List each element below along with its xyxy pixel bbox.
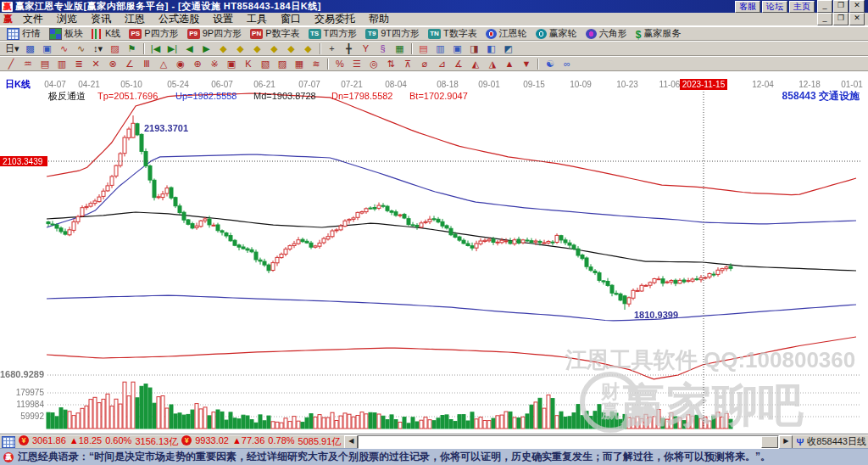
toolbar-item-bankuai[interactable]: 板块 bbox=[45, 26, 87, 41]
nav-button-20[interactable]: + bbox=[324, 42, 341, 56]
menu-item[interactable]: 江恩 bbox=[118, 12, 152, 26]
nav-button-12[interactable]: ▶ bbox=[198, 42, 215, 56]
toolbar-item-9t-square[interactable]: T99T四方形 bbox=[361, 26, 424, 41]
toolbar-item-t-table[interactable]: TNT数字表 bbox=[424, 26, 481, 41]
nav-button-28[interactable]: ▣ bbox=[449, 42, 466, 56]
toolbar-item-t-square[interactable]: TST四方形 bbox=[304, 26, 362, 41]
nav-button-27[interactable]: ▥ bbox=[432, 42, 449, 56]
menu-item[interactable]: 设置 bbox=[206, 12, 240, 26]
nav-button-6[interactable]: ▨ bbox=[107, 42, 124, 56]
draw-button-34[interactable]: ∞ bbox=[559, 57, 576, 71]
nav-button-4[interactable]: ∿ bbox=[73, 42, 90, 56]
scroll-left-button[interactable]: ◀ bbox=[344, 435, 358, 449]
nav-button-7[interactable]: ⚑ bbox=[124, 42, 141, 56]
toolbar-item-hexagon[interactable]: 六角形 bbox=[581, 26, 632, 41]
menu-item[interactable]: 资讯 bbox=[84, 12, 118, 26]
period-label[interactable]: 日K线 bbox=[5, 79, 31, 89]
draw-button-24[interactable]: ⊼ bbox=[399, 57, 416, 71]
draw-button-6[interactable]: ⊗ bbox=[104, 57, 121, 71]
kline-chart[interactable]: 财 赢 江恩工具软件 QQ:100800360 赢家聊吧 2103.3439 0… bbox=[0, 71, 868, 434]
nav-button-5[interactable]: ↕▾ bbox=[90, 42, 107, 56]
draw-button-31[interactable]: ▼ bbox=[518, 57, 535, 71]
draw-button-14[interactable]: K bbox=[240, 57, 257, 71]
draw-button-33[interactable]: ☯ bbox=[542, 57, 559, 71]
draw-button-8[interactable]: Ⅲ bbox=[138, 57, 155, 71]
nav-button-2[interactable]: ▣ bbox=[39, 42, 56, 56]
titlebar-link[interactable]: 主页 bbox=[789, 1, 815, 13]
menu-item[interactable]: 浏览 bbox=[50, 12, 84, 26]
minimize-button[interactable]: _ bbox=[817, 0, 832, 13]
draw-button-12[interactable]: ※ bbox=[206, 57, 223, 71]
toolbar-item-winner-wheel[interactable]: 赢家轮 bbox=[531, 26, 581, 41]
toolbar-item-hangqing[interactable]: 行情 bbox=[3, 26, 45, 41]
toolbar-item-p-square[interactable]: PSP四方形 bbox=[125, 26, 182, 41]
nav-button-18[interactable]: ◆ bbox=[300, 42, 317, 56]
nav-button-17[interactable]: ◆ bbox=[283, 42, 300, 56]
draw-button-0[interactable]: ╱ bbox=[3, 57, 19, 71]
nav-button-29[interactable]: ◨ bbox=[466, 42, 483, 56]
draw-button-5[interactable]: ✕ bbox=[87, 57, 104, 71]
menu-item[interactable]: 工具 bbox=[240, 12, 274, 26]
draw-button-21[interactable]: ☰ bbox=[348, 57, 365, 71]
menu-item[interactable]: 帮助 bbox=[362, 12, 396, 26]
titlebar-link[interactable]: 论坛 bbox=[762, 1, 787, 13]
mdi-close-button[interactable]: ✕ bbox=[849, 13, 865, 25]
nav-button-14[interactable]: ◆ bbox=[232, 42, 249, 56]
draw-button-1[interactable]: ♒ bbox=[19, 57, 36, 71]
draw-button-16[interactable]: ▨ bbox=[274, 57, 291, 71]
index-shenzhen[interactable]: ¥ 9933.02 ▲77.36 0.78% 5085.91亿 bbox=[181, 435, 341, 448]
toolbar-item-winner-service[interactable]: $赢家服务 bbox=[632, 26, 686, 41]
nav-button-11[interactable]: ◀ bbox=[181, 42, 198, 56]
draw-button-23[interactable]: ⇅ bbox=[382, 57, 399, 71]
menu-item[interactable]: 公式选股 bbox=[152, 12, 206, 26]
nav-button-21[interactable]: ╋ bbox=[341, 42, 358, 56]
toolbar-item-gann-wheel[interactable]: 江恩轮 bbox=[481, 26, 531, 41]
horizontal-scrollbar[interactable]: ◀ ▶ bbox=[344, 436, 793, 448]
restore-button[interactable]: ❐ bbox=[833, 0, 849, 13]
nav-button-3[interactable]: ∿ bbox=[56, 42, 73, 56]
nav-button-30[interactable]: ◧ bbox=[483, 42, 500, 56]
menu-item[interactable]: 文件 bbox=[16, 12, 50, 26]
draw-button-2[interactable]: ▤ bbox=[36, 57, 53, 71]
scroll-right-button[interactable]: ▶ bbox=[779, 435, 793, 449]
nav-button-31[interactable]: ◩ bbox=[500, 42, 517, 56]
scrollbar-thumb[interactable] bbox=[761, 436, 778, 448]
draw-button-27[interactable]: ∡ bbox=[450, 57, 467, 71]
nav-button-23[interactable]: § bbox=[375, 42, 392, 56]
draw-button-9[interactable]: △ bbox=[155, 57, 172, 71]
nav-button-24[interactable]: ▦ bbox=[392, 42, 409, 56]
draw-button-22[interactable]: ◎ bbox=[365, 57, 382, 71]
close-button[interactable]: ✕ bbox=[849, 0, 865, 13]
nav-button-1[interactable]: ▩ bbox=[22, 42, 39, 56]
menu-item[interactable]: 窗口 bbox=[274, 12, 308, 26]
mdi-minimize-button[interactable]: _ bbox=[817, 13, 832, 25]
nav-button-13[interactable]: ◆ bbox=[215, 42, 232, 56]
draw-button-15[interactable]: ▧ bbox=[257, 57, 274, 71]
titlebar-link[interactable]: 客服 bbox=[735, 1, 760, 13]
draw-button-17[interactable]: ▦ bbox=[291, 57, 308, 71]
nav-button-10[interactable]: ▶| bbox=[164, 42, 181, 56]
security-label[interactable]: 858443 交通设施 bbox=[782, 90, 860, 102]
index-shanghai[interactable]: ¥ 3061.86 ▲18.25 0.60% 3156.13亿 bbox=[19, 435, 178, 448]
draw-button-26[interactable]: ⊿ bbox=[433, 57, 450, 71]
nav-button-22[interactable]: Y bbox=[358, 42, 375, 56]
draw-button-7[interactable]: ∠ bbox=[121, 57, 138, 71]
toolbar-item-9p-square[interactable]: P99P四方形 bbox=[183, 26, 246, 41]
toolbar-item-p-table[interactable]: PNP数字表 bbox=[246, 26, 303, 41]
nav-button-16[interactable]: ◆ bbox=[266, 42, 283, 56]
draw-button-13[interactable]: ▣ bbox=[223, 57, 240, 71]
keyboard-wizard-icon[interactable] bbox=[2, 436, 15, 448]
mdi-system-icon[interactable]: 赢 bbox=[3, 13, 13, 25]
draw-button-4[interactable]: ≣ bbox=[70, 57, 87, 71]
toolbar-item-kline[interactable]: K线 bbox=[87, 26, 125, 41]
draw-button-10[interactable]: ◉ bbox=[172, 57, 189, 71]
nav-button-26[interactable]: ▤ bbox=[415, 42, 432, 56]
draw-button-20[interactable]: % bbox=[331, 57, 348, 71]
draw-button-30[interactable]: ▲ bbox=[501, 57, 518, 71]
menu-item[interactable]: 交易委托 bbox=[308, 12, 362, 26]
nav-button-9[interactable]: |◀ bbox=[147, 42, 164, 56]
draw-button-25[interactable]: ⌀ bbox=[416, 57, 433, 71]
mdi-restore-button[interactable]: ❐ bbox=[833, 13, 849, 25]
scrollbar-track[interactable] bbox=[358, 435, 779, 449]
nav-button-0[interactable]: 日▾ bbox=[3, 42, 22, 56]
